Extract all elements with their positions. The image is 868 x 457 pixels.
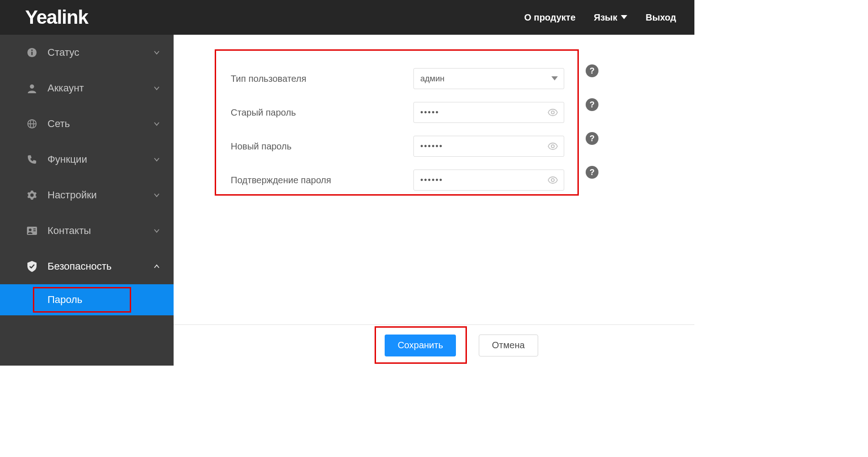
old-password-value: •••••	[420, 108, 439, 117]
logout-link[interactable]: Выход	[646, 12, 676, 23]
caret-down-icon	[551, 76, 558, 81]
new-password-label: Новый пароль	[231, 141, 413, 152]
chevron-down-icon	[153, 156, 160, 163]
eye-icon[interactable]	[548, 109, 558, 116]
help-icon[interactable]: ?	[586, 166, 598, 179]
header-bar: Yealink О продукте Язык Выход	[0, 0, 694, 35]
logout-label: Выход	[646, 12, 676, 23]
confirm-password-label: Подтверждение пароля	[231, 175, 413, 186]
svg-point-4	[30, 85, 34, 89]
footer-actions: Сохранить Отмена	[174, 324, 694, 366]
sidebar-label: Функции	[48, 154, 153, 165]
svg-point-15	[551, 179, 554, 181]
sidebar-label: Статус	[48, 47, 153, 58]
chevron-down-icon	[153, 228, 160, 234]
gear-icon	[26, 189, 38, 202]
chevron-down-icon	[153, 85, 160, 91]
sidebar-label: Аккаунт	[48, 82, 153, 94]
chevron-down-icon	[153, 192, 160, 198]
sidebar-label: Безопасность	[48, 260, 153, 272]
cancel-button[interactable]: Отмена	[479, 335, 538, 356]
chevron-down-icon	[153, 49, 160, 56]
chevron-up-icon	[153, 263, 160, 270]
sidebar-item-network[interactable]: Сеть	[0, 106, 174, 142]
old-password-input[interactable]: •••••	[413, 102, 564, 123]
row-confirm-password: Подтверждение пароля ••••••	[231, 163, 570, 197]
sidebar-label: Настройки	[48, 189, 153, 201]
sidebar-item-contacts[interactable]: Контакты	[0, 213, 174, 249]
sidebar-item-security[interactable]: Безопасность	[0, 249, 174, 284]
user-type-select[interactable]: админ	[413, 68, 564, 89]
brand-logo: Yealink	[25, 6, 88, 28]
sidebar-item-settings[interactable]: Настройки	[0, 177, 174, 213]
row-new-password: Новый пароль ••••••	[231, 129, 570, 163]
svg-rect-2	[32, 52, 33, 55]
svg-marker-12	[551, 76, 558, 80]
svg-marker-0	[621, 15, 627, 19]
sidebar-item-status[interactable]: Статус	[0, 35, 174, 70]
globe-icon	[26, 117, 38, 130]
old-password-label: Старый пароль	[231, 107, 413, 118]
new-password-value: ••••••	[420, 142, 443, 151]
row-user-type: Тип пользователя админ	[231, 62, 570, 96]
sidebar-item-functions[interactable]: Функции	[0, 142, 174, 177]
eye-icon[interactable]	[548, 176, 558, 184]
sidebar-label: Сеть	[48, 118, 153, 130]
phone-icon	[26, 153, 38, 166]
sidebar-label: Контакты	[48, 225, 153, 237]
svg-point-13	[551, 111, 554, 114]
language-menu[interactable]: Язык	[594, 12, 627, 23]
contacts-icon	[26, 224, 38, 237]
caret-down-icon	[621, 15, 627, 20]
user-type-value: админ	[420, 74, 445, 84]
save-button[interactable]: Сохранить	[385, 335, 455, 356]
form-highlight-box: Тип пользователя админ Старый пароль •••…	[215, 49, 579, 196]
user-icon	[26, 82, 38, 95]
shield-icon	[26, 260, 38, 273]
sidebar-item-account[interactable]: Аккаунт	[0, 70, 174, 106]
row-old-password: Старый пароль •••••	[231, 96, 570, 129]
sidebar: Статус Аккаунт Сеть Функции Настройки	[0, 35, 174, 366]
chevron-down-icon	[153, 121, 160, 127]
eye-icon[interactable]	[548, 143, 558, 150]
help-icon[interactable]: ?	[586, 64, 598, 77]
sidebar-sub-label: Пароль	[48, 294, 82, 306]
svg-point-14	[551, 145, 554, 148]
user-type-label: Тип пользователя	[231, 74, 413, 84]
new-password-input[interactable]: ••••••	[413, 136, 564, 157]
language-label: Язык	[594, 12, 617, 23]
svg-point-9	[29, 228, 32, 231]
content-area: Тип пользователя админ Старый пароль •••…	[174, 35, 694, 366]
about-label: О продукте	[524, 12, 575, 23]
confirm-password-input[interactable]: ••••••	[413, 170, 564, 191]
about-link[interactable]: О продукте	[524, 12, 575, 23]
svg-point-3	[31, 49, 32, 51]
help-icon[interactable]: ?	[586, 98, 598, 111]
info-icon	[26, 46, 38, 59]
help-icon[interactable]: ?	[586, 132, 598, 145]
sidebar-sub-password[interactable]: Пароль	[0, 284, 174, 315]
confirm-password-value: ••••••	[420, 175, 443, 185]
